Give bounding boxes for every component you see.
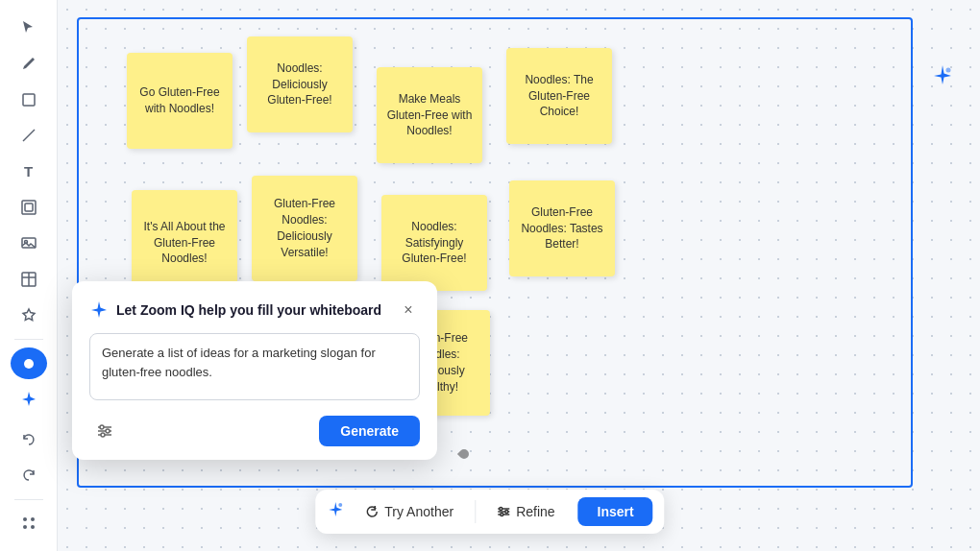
undo-tool[interactable]: [11, 423, 47, 455]
action-bar: Try Another Refine Insert: [315, 490, 664, 534]
ai-sparkle-icon: [89, 300, 109, 320]
sticky-8[interactable]: Gluten-Free Noodles: Tastes Better!: [509, 180, 615, 276]
insert-button[interactable]: Insert: [578, 497, 653, 526]
ai-dialog-title: Let Zoom IQ help you fill your whiteboar…: [116, 302, 389, 318]
close-button[interactable]: ×: [397, 299, 420, 322]
select-tool[interactable]: [11, 12, 47, 43]
action-bar-sparkle-icon: [327, 501, 344, 523]
svg-rect-2: [22, 201, 36, 214]
svg-point-14: [946, 68, 951, 73]
image-tool[interactable]: [11, 228, 47, 259]
svg-point-19: [106, 429, 110, 433]
svg-point-11: [31, 517, 35, 521]
svg-point-13: [31, 525, 35, 529]
svg-point-27: [501, 514, 503, 516]
ai-dialog: Let Zoom IQ help you fill your whiteboar…: [72, 281, 437, 460]
redo-tool[interactable]: [11, 459, 47, 491]
apps-tool[interactable]: [11, 508, 47, 539]
sticky-3[interactable]: Make Meals Gluten-Free with Noodles!: [377, 67, 482, 163]
svg-point-10: [23, 517, 27, 521]
settings-button[interactable]: [89, 416, 120, 446]
ai-tool[interactable]: [11, 383, 47, 415]
refine-icon: [497, 505, 510, 518]
action-bar-divider: [475, 500, 476, 523]
svg-point-25: [500, 508, 502, 511]
svg-point-26: [505, 511, 508, 514]
svg-point-20: [101, 433, 105, 437]
svg-point-21: [338, 503, 342, 507]
sticky-6[interactable]: Gluten-Free Noodles: Deliciously Versati…: [252, 176, 357, 281]
refresh-icon: [365, 505, 379, 518]
svg-point-18: [100, 425, 104, 429]
sticky-5[interactable]: It's All About the Gluten-Free Noodles!: [132, 190, 237, 296]
refine-button[interactable]: Refine: [483, 497, 568, 526]
sticky-4[interactable]: Noodles: The Gluten-Free Choice!: [506, 48, 612, 144]
sticky-1[interactable]: Go Gluten-Free with Noodles!: [127, 53, 233, 149]
svg-point-12: [23, 525, 27, 529]
ai-prompt-input[interactable]: Generate a list of ideas for a marketing…: [89, 333, 420, 400]
left-toolbar: T: [0, 0, 58, 551]
svg-rect-0: [23, 94, 35, 106]
frame-tool[interactable]: [11, 191, 47, 223]
ai-dialog-footer: Generate: [89, 416, 420, 446]
dot-tool[interactable]: [11, 347, 47, 379]
sparkle-decoration: [932, 65, 953, 92]
stamp-tool[interactable]: [11, 299, 47, 331]
text-tool[interactable]: T: [11, 156, 47, 187]
sticky-2[interactable]: Noodles: Deliciously Gluten-Free!: [247, 36, 353, 132]
svg-rect-3: [25, 204, 33, 211]
sticky-7[interactable]: Noodles: Satisfyingly Gluten-Free!: [381, 195, 487, 291]
divider-1: [14, 339, 43, 340]
divider-2: [14, 499, 43, 500]
pen-tool[interactable]: [11, 47, 47, 79]
table-tool[interactable]: [11, 263, 47, 295]
line-tool[interactable]: [11, 119, 47, 151]
svg-point-9: [24, 359, 34, 369]
generate-button[interactable]: Generate: [319, 416, 420, 446]
try-another-button[interactable]: Try Another: [352, 497, 467, 526]
shape-tool[interactable]: [11, 84, 47, 115]
svg-line-1: [23, 130, 35, 141]
ai-dialog-header: Let Zoom IQ help you fill your whiteboar…: [89, 299, 420, 322]
